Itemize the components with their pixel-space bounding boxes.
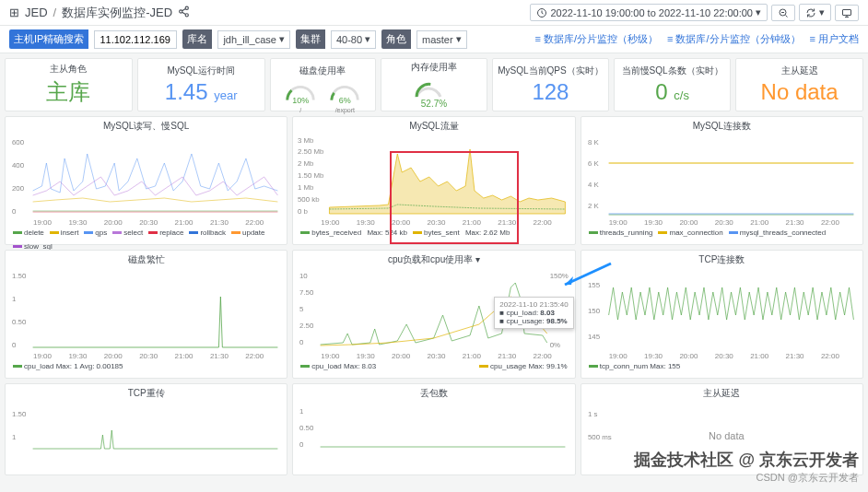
chart-rw-legend: deleteinsertqpsselectreplacerollbackupda… (6, 227, 287, 252)
host-filter-input[interactable] (94, 30, 177, 49)
breadcrumb: ⊞ JED / 数据库实例监控-JED (9, 5, 190, 21)
svg-text:2.50: 2.50 (299, 322, 314, 330)
stat-uptime: MySQL运行时间 1.45 year (137, 58, 265, 111)
svg-text:8 K: 8 K (588, 138, 600, 146)
svg-text:2 K: 2 K (588, 202, 600, 210)
chart-tcp-retrans[interactable]: TCP重传 1.501 (5, 383, 287, 475)
stat-role: 主从角色 主库 (5, 58, 133, 111)
filter-links: ≡ 数据库/分片监控（秒级） ≡ 数据库/分片监控（分钟级） ≡ 用户文档 (534, 32, 859, 46)
link-shards-sec[interactable]: ≡ 数据库/分片监控（秒级） (534, 32, 658, 46)
chevron-down-icon: ▾ (756, 6, 761, 18)
svg-rect-2 (843, 9, 851, 15)
chart-row-2: MySQL读写、慢SQL 6004002000 19:0019:3020:002… (0, 116, 868, 250)
svg-text:3 Mb: 3 Mb (298, 136, 314, 145)
display-button[interactable] (835, 5, 859, 21)
chart-conn[interactable]: MySQL连接数 8 K6 K4 K2 K 19:0019:3020:0020:… (581, 116, 863, 245)
svg-text:0: 0 (12, 207, 17, 216)
filter-bar: 主机IP精确搜索 库名 jdh_ill_case ▾ 集群 40-80 ▾ 角色… (0, 26, 868, 53)
chart-loss[interactable]: 丢包数 10.500 (292, 383, 575, 475)
svg-text:0.50: 0.50 (12, 318, 27, 326)
svg-text:1 Mb: 1 Mb (298, 183, 314, 192)
svg-text:0.50: 0.50 (299, 424, 314, 432)
stat-lag: 主从延迟 No data (735, 58, 863, 111)
svg-text:0%: 0% (550, 341, 560, 349)
svg-text:600: 600 (12, 138, 25, 146)
chart-lag2[interactable]: 主从延迟 1 s500 ms No data (581, 383, 863, 475)
chart-cpu[interactable]: cpu负载和cpu使用率 ▾ 107.5052.500 150%100%50%0… (292, 250, 575, 379)
timerange-text: 2022-11-10 19:00:00 to 2022-11-10 22:00:… (550, 7, 753, 18)
chart-row-3: 磁盘繁忙 1.5010.500 19:0019:3020:0020:3021:0… (0, 250, 868, 383)
breadcrumb-sep: / (53, 6, 57, 19)
svg-text:1.50: 1.50 (12, 410, 27, 418)
chart-disk-busy[interactable]: 磁盘繁忙 1.5010.500 19:0019:3020:0020:3021:0… (5, 250, 287, 379)
gauge-export: 6%/export (327, 79, 362, 105)
refresh-button[interactable]: ▾ (799, 4, 831, 21)
db-filter-label: 库名 (182, 29, 212, 49)
share-icon[interactable] (178, 6, 190, 20)
cluster-filter-label: 集群 (296, 29, 325, 49)
svg-text:6 K: 6 K (588, 159, 600, 168)
annotation-arrow (560, 262, 616, 289)
svg-text:0 b: 0 b (298, 207, 309, 216)
svg-text:150: 150 (588, 307, 601, 315)
svg-text:500 kb: 500 kb (298, 195, 320, 204)
gauge-root: 10%/ (283, 79, 318, 105)
page-header: ⊞ JED / 数据库实例监控-JED 2022-11-10 19:00:00 … (0, 0, 868, 26)
breadcrumb-page[interactable]: 数据库实例监控-JED (62, 5, 172, 21)
grid-icon[interactable]: ⊞ (9, 6, 19, 19)
zoom-out-button[interactable] (771, 5, 795, 21)
svg-text:0: 0 (299, 440, 304, 449)
role-filter-label: 角色 (381, 29, 411, 49)
cluster-filter-select[interactable]: 40-80 ▾ (331, 30, 376, 49)
chart-rw[interactable]: MySQL读写、慢SQL 6004002000 19:0019:3020:002… (5, 116, 287, 245)
breadcrumb-root[interactable]: JED (25, 6, 48, 19)
chart-rw-xaxis: 19:0019:3020:0020:3021:0021:3022:00 (6, 218, 287, 227)
gauge-mem: 52.7% (411, 76, 457, 109)
stat-disk: 磁盘使用率 10%/ 6%/export (270, 58, 377, 111)
svg-text:200: 200 (12, 184, 25, 193)
link-shards-min[interactable]: ≡ 数据库/分片监控（分钟级） (667, 32, 801, 46)
svg-text:0: 0 (299, 338, 304, 346)
svg-text:4 K: 4 K (588, 181, 600, 189)
stat-mem: 内存使用率 52.7% (381, 58, 487, 111)
link-docs[interactable]: ≡ 用户文档 (810, 32, 859, 46)
stat-slow: 当前慢SQL条数（实时） 0 c/s (614, 58, 731, 111)
header-controls: 2022-11-10 19:00:00 to 2022-11-10 22:00:… (530, 4, 859, 21)
svg-text:2.50 Mb: 2.50 Mb (298, 147, 324, 156)
svg-text:7.50: 7.50 (299, 288, 314, 297)
stat-row: 主从角色 主库 MySQL运行时间 1.45 year 磁盘使用率 10%/ 6… (0, 53, 868, 116)
svg-text:5: 5 (299, 305, 304, 313)
svg-text:400: 400 (12, 161, 25, 170)
svg-text:1: 1 (12, 433, 17, 441)
svg-text:145: 145 (588, 333, 601, 341)
svg-text:1.50: 1.50 (12, 272, 27, 280)
host-filter-label: 主机IP精确搜索 (9, 29, 88, 49)
svg-text:1: 1 (299, 407, 304, 416)
chart-tooltip: 2022-11-10 21:35:40 ■ cpu_load: 8.03 ■ c… (494, 297, 573, 329)
chart-row-4: TCP重传 1.501 丢包数 10.500 主从延迟 1 s500 ms No… (0, 383, 868, 480)
stat-qps: MySQL当前QPS（实时） 128 (492, 58, 609, 111)
role-filter-select[interactable]: master ▾ (416, 30, 467, 49)
svg-text:2 Mb: 2 Mb (298, 159, 314, 168)
svg-text:1.50 Mb: 1.50 Mb (298, 171, 324, 180)
timerange-button[interactable]: 2022-11-10 19:00:00 to 2022-11-10 22:00:… (530, 4, 768, 21)
chevron-down-icon: ▾ (819, 6, 825, 18)
svg-text:0: 0 (12, 341, 17, 349)
chart-traffic[interactable]: MySQL流量 3 Mb2.50 Mb2 Mb1.50 Mb1 Mb500 kb… (292, 116, 575, 245)
svg-text:1: 1 (12, 295, 17, 303)
svg-text:10: 10 (299, 272, 308, 280)
db-filter-select[interactable]: jdh_ill_case ▾ (217, 30, 289, 49)
chart-tcp[interactable]: TCP连接数 155150145 19:0019:3020:0020:3021:… (581, 250, 863, 379)
